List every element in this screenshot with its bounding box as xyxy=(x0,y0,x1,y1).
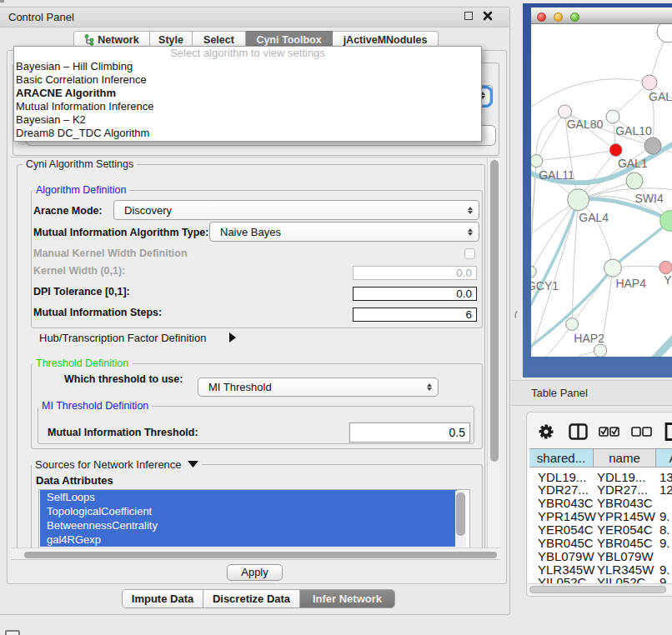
dropdown-item[interactable]: Dream8 DC_TDC Algorithm xyxy=(14,127,481,140)
kernel-width-field[interactable]: 0.0 xyxy=(353,266,477,280)
table-cell[interactable]: YPR145W xyxy=(597,510,655,522)
attribute-item[interactable]: TopologicalCoefficient xyxy=(40,504,457,518)
network-node-gal11[interactable] xyxy=(531,155,543,168)
network-edge[interactable] xyxy=(531,350,600,357)
table-cell[interactable]: YLR345W xyxy=(597,563,654,576)
dropdown-item[interactable]: Bayesian – Hill Climbing xyxy=(14,60,481,73)
table-cell[interactable]: YBR045C xyxy=(597,537,653,549)
zoom-button[interactable] xyxy=(570,12,579,22)
collapse-down-icon[interactable] xyxy=(188,460,198,468)
table-cell[interactable]: 12 xyxy=(659,483,672,496)
network-edge[interactable] xyxy=(536,112,564,161)
table-cell[interactable]: YDL19... xyxy=(597,471,645,483)
network-edge[interactable] xyxy=(536,150,615,161)
dropdown-item[interactable]: Bayesian – K2 xyxy=(14,113,481,127)
table-cell[interactable]: YDR27... xyxy=(538,483,589,496)
float-window-icon[interactable] xyxy=(464,12,473,20)
settings-vscrollbar-track[interactable] xyxy=(487,158,500,548)
settings-hscrollbar-track[interactable] xyxy=(11,548,500,559)
table-cell[interactable]: YBR045C xyxy=(538,537,594,549)
network-node-swi4[interactable] xyxy=(626,172,643,189)
table-hscrollbar-thumb[interactable] xyxy=(529,586,666,593)
attribute-item[interactable]: BetweennessCentrality xyxy=(40,518,457,532)
table-cell[interactable]: YBL079W xyxy=(538,550,594,562)
network-node-gal4[interactable] xyxy=(568,189,589,211)
settings-vscrollbar-thumb[interactable] xyxy=(490,160,499,462)
network-node-y[interactable] xyxy=(659,261,672,273)
tab-infer-network[interactable]: Infer Network xyxy=(299,590,394,608)
table-cell[interactable]: YBR043C xyxy=(597,497,653,509)
table-cell[interactable]: 9 xyxy=(659,576,666,583)
network-node-hap4[interactable] xyxy=(604,259,622,277)
network-node[interactable] xyxy=(594,344,606,357)
table-cell[interactable]: YLR345W xyxy=(538,563,594,576)
table-cell[interactable]: 8. xyxy=(659,523,670,536)
network-node[interactable] xyxy=(657,24,672,42)
sources-title-row[interactable]: Sources for Network Inference xyxy=(32,458,202,471)
table-cell[interactable]: YBL079W xyxy=(597,550,654,562)
attribute-item[interactable]: gal4RGexp xyxy=(40,532,457,547)
table-cell[interactable]: YER054C xyxy=(538,523,594,536)
hub-definition-label[interactable]: Hub/Transcription Factor Definition xyxy=(39,332,206,344)
table-cell[interactable]: YPR145W xyxy=(538,510,596,522)
settings-hscrollbar-thumb[interactable] xyxy=(24,552,497,558)
network-node-gcy1[interactable] xyxy=(531,266,536,278)
control-panel-titlebar[interactable]: Control Panel xyxy=(0,8,509,28)
table-cell[interactable]: YIL052C xyxy=(538,576,586,583)
network-node-hap2[interactable] xyxy=(566,318,579,331)
network-node-gal1[interactable] xyxy=(609,144,622,157)
unchecked-columns-icon[interactable] xyxy=(631,427,652,437)
mi-threshold-field[interactable]: 0.5 xyxy=(349,422,470,442)
aracne-mode-combobox[interactable]: Discovery xyxy=(113,200,479,220)
network-canvas[interactable]: GAL2GAL80GAL10GAL1GAL11SWI4GAL4GCY1HAP4Y… xyxy=(531,24,672,357)
file-icon[interactable] xyxy=(664,422,672,441)
network-edge-highlighted[interactable] xyxy=(644,331,672,357)
gear-icon[interactable] xyxy=(539,424,554,439)
dpi-tolerance-field[interactable]: 0.0 xyxy=(353,287,477,301)
tab-discretize-data[interactable]: Discretize Data xyxy=(203,590,299,608)
splitter-handle[interactable] xyxy=(513,311,519,318)
table-cell[interactable]: YIL052C xyxy=(597,576,645,583)
table-cell[interactable]: YDR27... xyxy=(597,483,648,496)
attribute-item[interactable]: SelfLoops xyxy=(40,490,457,504)
table-hscrollbar-track[interactable] xyxy=(528,583,672,594)
which-threshold-combobox[interactable]: MI Threshold xyxy=(198,378,439,397)
table-cell[interactable]: 9. xyxy=(659,510,670,522)
apply-button[interactable]: Apply xyxy=(227,564,283,581)
mi-type-combobox[interactable]: Naive Bayes xyxy=(209,222,479,242)
network-node[interactable] xyxy=(644,138,661,154)
table-cell[interactable]: 13 xyxy=(659,471,672,483)
close-button[interactable] xyxy=(537,12,546,22)
tab-impute-data[interactable]: Impute Data xyxy=(123,590,203,608)
expand-right-icon[interactable] xyxy=(228,332,237,342)
status-bar-button[interactable] xyxy=(5,630,20,635)
data-attributes-list[interactable]: SelfLoopsTopologicalCoefficientBetweenne… xyxy=(38,489,470,548)
column-header-A[interactable]: A xyxy=(656,448,672,468)
mi-steps-field[interactable]: 6 xyxy=(353,308,477,322)
table-cell[interactable]: YBR043C xyxy=(538,497,594,509)
dropdown-item[interactable]: Basic Correlation Inference xyxy=(14,73,481,87)
attributes-scrollbar-thumb[interactable] xyxy=(456,492,465,536)
network-node-gal2[interactable] xyxy=(642,75,657,90)
network-window-titlebar[interactable] xyxy=(531,8,672,24)
checked-columns-icon[interactable] xyxy=(599,427,619,437)
dropdown-item[interactable]: ARACNE Algorithm xyxy=(14,87,481,100)
network-node[interactable] xyxy=(559,105,572,118)
network-edge[interactable] xyxy=(531,79,649,114)
table-cell[interactable]: 9. xyxy=(659,537,670,549)
close-icon[interactable] xyxy=(483,11,493,21)
minimize-button[interactable] xyxy=(554,12,563,22)
table-cell[interactable]: YDL19... xyxy=(538,471,586,483)
attributes-scrollbar-track[interactable] xyxy=(455,491,466,548)
dropdown-item[interactable]: Mutual Information Inference xyxy=(14,100,481,113)
manual-kernel-checkbox[interactable] xyxy=(464,248,475,259)
network-edge-highlighted[interactable] xyxy=(531,200,579,326)
split-panel-icon[interactable] xyxy=(569,423,588,440)
network-node[interactable] xyxy=(606,110,619,123)
column-header-shared[interactable]: shared... xyxy=(529,448,594,468)
node-table[interactable]: shared...nameA YDL19...YDL19...13YDR27..… xyxy=(528,448,672,583)
network-edge[interactable] xyxy=(536,112,564,161)
table-cell[interactable]: 9. xyxy=(659,563,670,576)
column-header-name[interactable]: name xyxy=(594,448,656,468)
table-cell[interactable]: YER054C xyxy=(597,523,653,536)
